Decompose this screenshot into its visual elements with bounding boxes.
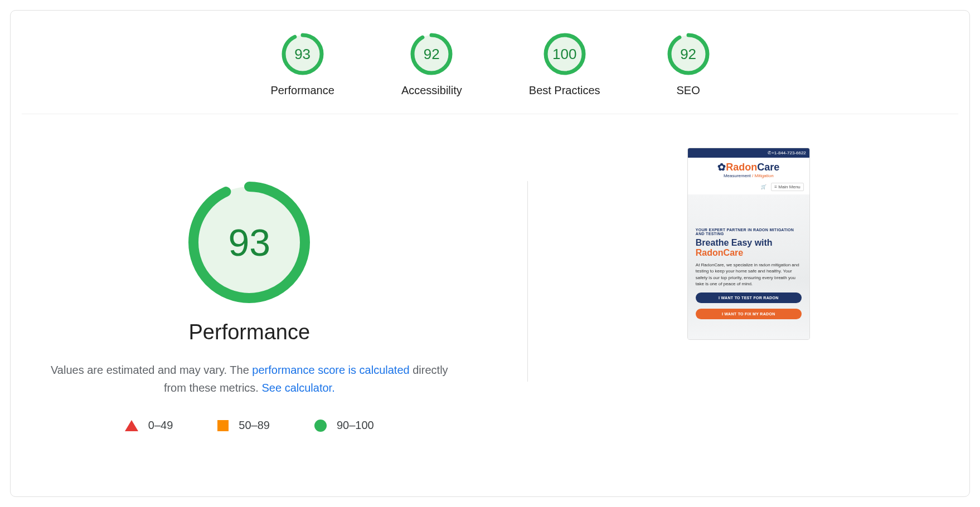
gauge-best-practices-value: 100 [544, 33, 586, 75]
headline-b: RadonCare [696, 248, 743, 257]
square-icon [217, 420, 229, 431]
preview-cta-fix: I WANT TO FIX MY RADON [696, 309, 802, 319]
preview-logo: ✿RadonCare [717, 162, 779, 173]
legend-fail-range: 0–49 [148, 419, 173, 432]
preview-logo-row: ✿RadonCare Measurement / Mitigation [688, 158, 809, 179]
gauge-accessibility[interactable]: 92 Accessibility [401, 33, 462, 97]
performance-detail-section: 93 Performance Values are estimated and … [11, 181, 969, 382]
legend-average-range: 50–89 [239, 419, 270, 432]
circle-icon [314, 420, 327, 432]
performance-large-gauge: 93 [188, 181, 311, 304]
gauge-seo-ring: 92 [667, 33, 710, 75]
link-score-calculated[interactable]: performance score is calculated [252, 364, 409, 376]
tagline-b: Mitigation [754, 173, 773, 178]
preview-cta-test: I WANT TO TEST FOR RADON [696, 292, 802, 303]
cart-icon: 🛒 [761, 184, 766, 189]
gauge-seo-label: SEO [677, 84, 700, 97]
preview-topbar: ✆+1-844-723-6622 [688, 148, 809, 158]
gauge-accessibility-value: 92 [410, 33, 453, 75]
gauge-best-practices-label: Best Practices [529, 84, 600, 97]
gauge-performance-ring: 93 [282, 33, 324, 75]
gauge-performance-label: Performance [270, 84, 334, 97]
gauge-accessibility-label: Accessibility [401, 84, 462, 97]
preview-phone-number: +1-844-723-6622 [772, 150, 806, 155]
performance-summary-block: 93 Performance Values are estimated and … [0, 181, 528, 382]
category-gauges-row: 93 Performance 92 Accessibility 100 Best… [22, 11, 958, 114]
logo-icon: ✿ [717, 162, 726, 173]
gauge-accessibility-ring: 92 [410, 33, 453, 75]
gauge-seo[interactable]: 92 SEO [667, 33, 710, 97]
page-screenshot-thumbnail: ✆+1-844-723-6622 ✿RadonCare Measurement … [528, 148, 969, 382]
logo-part2: Care [757, 162, 779, 173]
report-card: 93 Performance 92 Accessibility 100 Best… [10, 10, 970, 497]
performance-large-value: 93 [188, 181, 311, 304]
score-legend: 0–49 50–89 90–100 [125, 419, 374, 432]
gauge-performance-value: 93 [282, 33, 324, 75]
desc-prefix: Values are estimated and may vary. The [51, 364, 252, 376]
gauge-best-practices-ring: 100 [544, 33, 586, 75]
tagline-a: Measurement [724, 173, 751, 178]
legend-average: 50–89 [217, 419, 270, 432]
preview-paragraph: At RadonCare, we specialize in radon mit… [696, 262, 802, 287]
headline-a: Breathe Easy with [696, 238, 773, 247]
triangle-icon [125, 420, 138, 431]
link-see-calculator[interactable]: See calculator. [262, 382, 335, 394]
preview-menu-bar: 🛒 ≡ Main Menu [688, 179, 809, 194]
preview-eyebrow: YOUR EXPERT PARTNER IN RADON MITIGATION … [696, 228, 802, 236]
gauge-best-practices[interactable]: 100 Best Practices [529, 33, 600, 97]
legend-fail: 0–49 [125, 419, 173, 432]
gauge-performance[interactable]: 93 Performance [270, 33, 334, 97]
performance-description: Values are estimated and may vary. The p… [48, 361, 450, 397]
preview-headline: Breathe Easy with RadonCare [696, 238, 802, 257]
legend-pass: 90–100 [314, 419, 374, 432]
performance-title: Performance [189, 320, 311, 344]
main-menu-button: ≡ Main Menu [771, 183, 803, 191]
preview-tagline: Measurement / Mitigation [692, 173, 805, 178]
preview-hero: YOUR EXPERT PARTNER IN RADON MITIGATION … [688, 194, 809, 339]
legend-pass-range: 90–100 [337, 419, 374, 432]
gauge-seo-value: 92 [667, 33, 710, 75]
mobile-preview-frame: ✆+1-844-723-6622 ✿RadonCare Measurement … [687, 148, 810, 340]
logo-part1: Radon [726, 162, 757, 173]
